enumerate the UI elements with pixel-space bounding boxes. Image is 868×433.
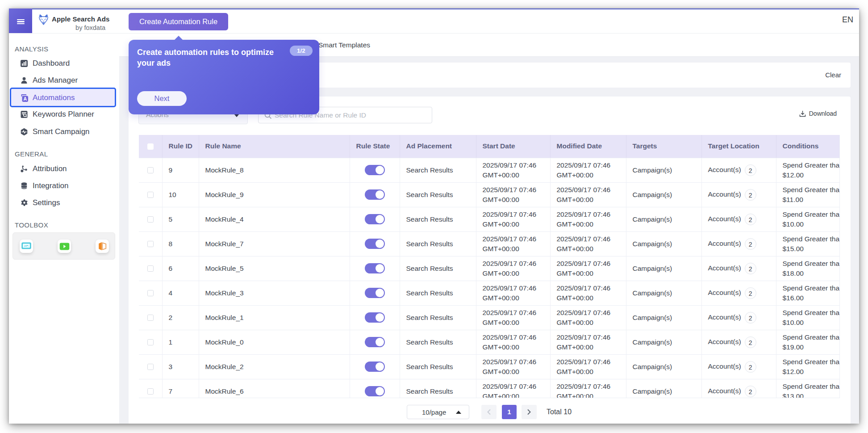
svg-text:A: A <box>23 96 27 101</box>
